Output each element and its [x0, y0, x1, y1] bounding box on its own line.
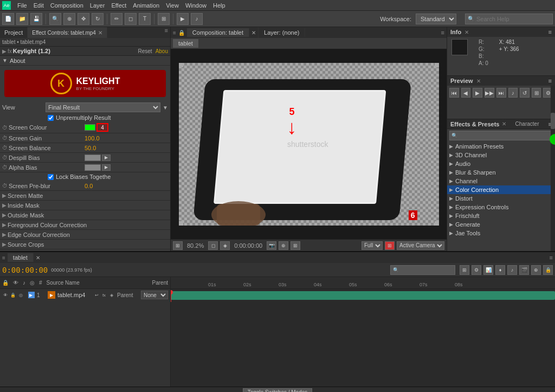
handle-tr[interactable]: [435, 63, 439, 67]
screen-colour-swatch[interactable]: [85, 124, 95, 131]
effects-close[interactable]: ✕: [502, 121, 506, 127]
comp-tab-tablet[interactable]: Composition: tablet: [187, 28, 249, 37]
alpha-swatch[interactable]: [85, 164, 101, 171]
open-btn[interactable]: 📁: [16, 13, 28, 25]
timeline-motion[interactable]: ⊕: [531, 265, 541, 275]
layer-expand[interactable]: ▶: [28, 292, 35, 298]
layer-panel-tab[interactable]: Layer: (none): [259, 28, 305, 37]
cat-animation-presets[interactable]: ▶ Animation Presets: [447, 142, 555, 151]
project-tab[interactable]: Project: [0, 27, 28, 38]
screen-preblur-value[interactable]: 0.0: [85, 183, 168, 189]
menu-view[interactable]: View: [163, 2, 182, 9]
preview-first[interactable]: ⏮: [449, 88, 459, 98]
layer-solo-btn[interactable]: ◎: [17, 292, 24, 298]
new-comp-btn[interactable]: ⊞: [460, 265, 469, 275]
menu-effect[interactable]: Effect: [108, 2, 130, 9]
help-search-input[interactable]: [474, 14, 550, 24]
cat-color-correction[interactable]: ▶ Color Correction: [447, 185, 555, 194]
screen-gain-value[interactable]: 100.0: [85, 135, 168, 142]
cat-audio[interactable]: ▶ Audio: [447, 159, 555, 168]
effects-scrollbar-thumb[interactable]: [551, 113, 555, 129]
view-select[interactable]: Final Result: [46, 102, 160, 112]
playhead[interactable]: [171, 290, 171, 302]
layer-fx[interactable]: fx: [101, 292, 107, 298]
layer-name[interactable]: tablet.mp4: [57, 292, 91, 298]
reset-btn[interactable]: Reset: [138, 48, 152, 54]
menu-help[interactable]: Help: [210, 2, 229, 9]
handle-tl[interactable]: [179, 63, 183, 67]
screen-balance-value[interactable]: 50.0: [85, 145, 168, 151]
unpremultiply-check[interactable]: [48, 115, 54, 121]
despill-swatch[interactable]: [85, 155, 101, 161]
snap-btn[interactable]: ⊞: [173, 241, 183, 250]
preview-prev[interactable]: ◀: [461, 88, 471, 98]
timeline-menu[interactable]: ≡: [547, 254, 555, 261]
effect-controls-close[interactable]: ✕: [98, 30, 102, 36]
comp-panel-menu[interactable]: ≡: [439, 29, 447, 36]
cat-blur[interactable]: ▶ Blur & Sharpen: [447, 168, 555, 177]
about-btn[interactable]: Abou: [156, 48, 168, 54]
layer-motion[interactable]: ◈: [108, 292, 115, 298]
move-btn[interactable]: ✥: [78, 13, 89, 25]
timeline-tab-tablet[interactable]: tablet: [8, 253, 34, 262]
cat-3d-channel[interactable]: ▶ 3D Channel: [447, 151, 555, 159]
grid-btn[interactable]: ⊞: [291, 241, 300, 250]
pen-btn[interactable]: ✏: [111, 13, 122, 25]
preview-next[interactable]: ▶▶: [485, 88, 494, 98]
camera-select[interactable]: Active Camera: [397, 241, 444, 250]
timeline-video-btn[interactable]: 🎬: [519, 265, 529, 275]
menu-window[interactable]: Window: [182, 2, 210, 9]
character-tab[interactable]: Character: [514, 121, 540, 127]
cat-distort[interactable]: ▶ Distort: [447, 194, 555, 203]
rotate-btn[interactable]: ↻: [92, 13, 104, 25]
comp-viewer[interactable]: shutterstock 5 ↓ 6: [171, 49, 447, 239]
layer-parent-select[interactable]: None: [141, 291, 168, 299]
screen-colour-number[interactable]: 4: [96, 123, 108, 132]
timeline-graph[interactable]: 📊: [483, 265, 493, 275]
layer-eye-btn[interactable]: 👁: [2, 292, 9, 298]
cat-generate[interactable]: ▶ Generate: [447, 220, 555, 229]
cat-channel[interactable]: ▶ Channel: [447, 177, 555, 185]
handle-br[interactable]: [435, 221, 439, 226]
timeline-lock[interactable]: 🔒: [543, 265, 553, 275]
comp-tab-close[interactable]: ✕: [249, 30, 258, 36]
tablet-label[interactable]: tablet: [173, 39, 198, 48]
menu-composition[interactable]: Composition: [47, 2, 87, 9]
layer-switch[interactable]: ↩: [93, 292, 100, 298]
effect-controls-tab[interactable]: Effect Controls: tablet.mp4 ✕: [28, 27, 107, 38]
region-btn[interactable]: ◻: [208, 241, 218, 250]
timeline-settings[interactable]: ⚙: [472, 265, 481, 275]
effects-scrollbar[interactable]: [551, 86, 555, 251]
timeline-search[interactable]: [399, 267, 453, 273]
menu-animation[interactable]: Animation: [130, 2, 163, 9]
text-btn[interactable]: T: [139, 13, 151, 25]
new-project-btn[interactable]: 📄: [2, 13, 14, 25]
despill-arrow[interactable]: ▶: [102, 155, 111, 161]
preview-play[interactable]: ▶: [473, 88, 482, 98]
preview-close[interactable]: ✕: [476, 78, 481, 84]
effects-search-input[interactable]: [459, 131, 535, 140]
cat-frischluft[interactable]: ▶ Frischluft: [447, 211, 555, 220]
menu-layer[interactable]: Layer: [87, 2, 108, 9]
toggle-btn[interactable]: ⊕: [279, 241, 288, 250]
zoom-btn[interactable]: ⊕: [63, 13, 75, 25]
panel-menu-btn[interactable]: ≡: [163, 27, 170, 38]
timeline-markers[interactable]: ♦: [495, 265, 505, 275]
timeline-audio-btn[interactable]: ♪: [507, 265, 517, 275]
preview-loop[interactable]: ↺: [520, 88, 530, 98]
info-menu[interactable]: ≡: [548, 29, 552, 35]
audio-btn[interactable]: ♪: [191, 13, 203, 25]
handle-bl[interactable]: [179, 221, 183, 226]
preview-ram[interactable]: ⊞: [532, 88, 541, 98]
toggle-switches-btn[interactable]: Toggle Switches / Modes: [243, 388, 313, 392]
mask-btn[interactable]: ◈: [220, 241, 230, 250]
preview-btn[interactable]: ▶: [177, 13, 189, 25]
shape-btn[interactable]: ◻: [125, 13, 137, 25]
cat-expression[interactable]: ▶ Expression Controls: [447, 203, 555, 211]
search-btn[interactable]: 🔍: [49, 13, 61, 25]
layer-lock-btn[interactable]: 🔒: [10, 292, 16, 298]
preview-audio[interactable]: ♪: [508, 88, 518, 98]
workspace-select[interactable]: Standard: [416, 14, 456, 24]
transparency-btn[interactable]: ⊞: [385, 241, 395, 250]
cat-jae[interactable]: ▶ Jae Tools: [447, 229, 555, 237]
